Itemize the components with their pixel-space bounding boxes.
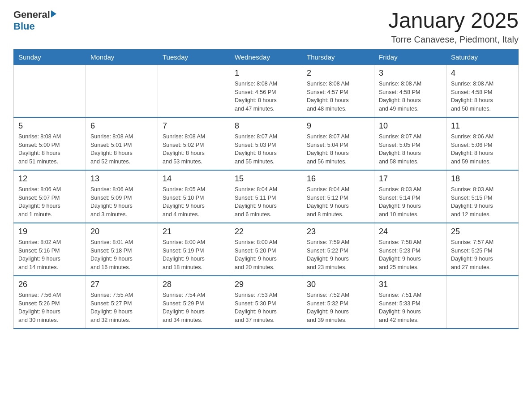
day-number: 13 xyxy=(90,174,153,184)
day-info: Sunrise: 8:06 AM Sunset: 5:06 PM Dayligh… xyxy=(451,133,514,166)
day-info: Sunrise: 7:59 AM Sunset: 5:22 PM Dayligh… xyxy=(307,238,369,272)
weekday-header-tuesday: Tuesday xyxy=(158,49,230,64)
calendar-cell: 6Sunrise: 8:08 AM Sunset: 5:01 PM Daylig… xyxy=(86,117,158,170)
day-number: 14 xyxy=(163,174,225,184)
day-info: Sunrise: 8:07 AM Sunset: 5:03 PM Dayligh… xyxy=(235,133,297,166)
day-number: 29 xyxy=(235,280,297,289)
day-info: Sunrise: 7:54 AM Sunset: 5:29 PM Dayligh… xyxy=(163,291,225,325)
calendar-subtitle: Torre Canavese, Piedmont, Italy xyxy=(388,34,519,45)
day-info: Sunrise: 7:55 AM Sunset: 5:27 PM Dayligh… xyxy=(90,291,153,325)
calendar-cell: 17Sunrise: 8:03 AM Sunset: 5:14 PM Dayli… xyxy=(374,170,446,223)
day-number: 6 xyxy=(90,121,153,131)
day-number: 2 xyxy=(307,68,369,78)
day-number: 1 xyxy=(235,68,297,78)
day-info: Sunrise: 8:08 AM Sunset: 4:58 PM Dayligh… xyxy=(451,80,514,113)
calendar-cell xyxy=(86,64,158,117)
day-number: 8 xyxy=(235,121,297,131)
calendar-cell: 12Sunrise: 8:06 AM Sunset: 5:07 PM Dayli… xyxy=(14,170,86,223)
logo: General Blue xyxy=(13,9,56,32)
day-number: 15 xyxy=(235,174,297,184)
week-row-5: 26Sunrise: 7:56 AM Sunset: 5:26 PM Dayli… xyxy=(14,276,519,329)
day-number: 30 xyxy=(307,280,369,289)
day-info: Sunrise: 8:08 AM Sunset: 5:02 PM Dayligh… xyxy=(163,133,225,166)
day-info: Sunrise: 8:03 AM Sunset: 5:15 PM Dayligh… xyxy=(451,185,514,219)
calendar-cell: 5Sunrise: 8:08 AM Sunset: 5:00 PM Daylig… xyxy=(14,117,86,170)
day-info: Sunrise: 8:01 AM Sunset: 5:18 PM Dayligh… xyxy=(90,238,153,272)
day-number: 20 xyxy=(90,227,153,236)
day-info: Sunrise: 8:00 AM Sunset: 5:19 PM Dayligh… xyxy=(163,238,225,272)
weekday-header-wednesday: Wednesday xyxy=(230,49,302,64)
day-number: 25 xyxy=(451,227,514,236)
calendar-cell: 24Sunrise: 7:58 AM Sunset: 5:23 PM Dayli… xyxy=(374,223,446,276)
day-number: 19 xyxy=(18,227,81,236)
day-number: 10 xyxy=(379,121,442,131)
day-number: 31 xyxy=(379,280,442,289)
day-number: 7 xyxy=(163,121,225,131)
calendar-cell: 26Sunrise: 7:56 AM Sunset: 5:26 PM Dayli… xyxy=(14,276,86,329)
calendar-cell: 13Sunrise: 8:06 AM Sunset: 5:09 PM Dayli… xyxy=(86,170,158,223)
calendar-title: January 2025 xyxy=(388,9,519,33)
day-info: Sunrise: 7:56 AM Sunset: 5:26 PM Dayligh… xyxy=(18,291,81,325)
week-row-1: 1Sunrise: 8:08 AM Sunset: 4:56 PM Daylig… xyxy=(14,64,519,117)
day-info: Sunrise: 8:07 AM Sunset: 5:04 PM Dayligh… xyxy=(307,133,369,166)
day-number: 17 xyxy=(379,174,442,184)
calendar-cell: 20Sunrise: 8:01 AM Sunset: 5:18 PM Dayli… xyxy=(86,223,158,276)
logo-blue-text: Blue xyxy=(13,21,35,32)
week-row-4: 19Sunrise: 8:02 AM Sunset: 5:16 PM Dayli… xyxy=(14,223,519,276)
day-info: Sunrise: 8:08 AM Sunset: 4:58 PM Dayligh… xyxy=(379,80,442,113)
day-number: 21 xyxy=(163,227,225,236)
day-number: 18 xyxy=(451,174,514,184)
calendar-cell: 29Sunrise: 7:53 AM Sunset: 5:30 PM Dayli… xyxy=(230,276,302,329)
day-info: Sunrise: 7:57 AM Sunset: 5:25 PM Dayligh… xyxy=(451,238,514,272)
weekday-header-friday: Friday xyxy=(374,49,446,64)
calendar-cell: 21Sunrise: 8:00 AM Sunset: 5:19 PM Dayli… xyxy=(158,223,230,276)
calendar-cell: 14Sunrise: 8:05 AM Sunset: 5:10 PM Dayli… xyxy=(158,170,230,223)
day-number: 26 xyxy=(18,280,81,289)
day-info: Sunrise: 8:06 AM Sunset: 5:09 PM Dayligh… xyxy=(90,185,153,219)
day-number: 16 xyxy=(307,174,369,184)
calendar-cell: 25Sunrise: 7:57 AM Sunset: 5:25 PM Dayli… xyxy=(446,223,519,276)
day-info: Sunrise: 8:08 AM Sunset: 4:56 PM Dayligh… xyxy=(235,80,297,113)
day-info: Sunrise: 8:08 AM Sunset: 5:01 PM Dayligh… xyxy=(90,133,153,166)
calendar-cell: 4Sunrise: 8:08 AM Sunset: 4:58 PM Daylig… xyxy=(446,64,519,117)
calendar-cell xyxy=(158,64,230,117)
day-number: 9 xyxy=(307,121,369,131)
calendar-cell: 3Sunrise: 8:08 AM Sunset: 4:58 PM Daylig… xyxy=(374,64,446,117)
day-info: Sunrise: 8:03 AM Sunset: 5:14 PM Dayligh… xyxy=(379,185,442,219)
calendar-table: SundayMondayTuesdayWednesdayThursdayFrid… xyxy=(13,49,519,329)
day-info: Sunrise: 8:05 AM Sunset: 5:10 PM Dayligh… xyxy=(163,185,225,219)
day-number: 5 xyxy=(18,121,81,131)
calendar-cell: 16Sunrise: 8:04 AM Sunset: 5:12 PM Dayli… xyxy=(302,170,374,223)
calendar-cell: 31Sunrise: 7:51 AM Sunset: 5:33 PM Dayli… xyxy=(374,276,446,329)
day-info: Sunrise: 8:08 AM Sunset: 4:57 PM Dayligh… xyxy=(307,80,369,113)
page-header: General Blue January 2025 Torre Canavese… xyxy=(13,9,519,45)
calendar-cell: 23Sunrise: 7:59 AM Sunset: 5:22 PM Dayli… xyxy=(302,223,374,276)
calendar-cell xyxy=(14,64,86,117)
day-number: 23 xyxy=(307,227,369,236)
day-number: 28 xyxy=(163,280,225,289)
calendar-cell: 7Sunrise: 8:08 AM Sunset: 5:02 PM Daylig… xyxy=(158,117,230,170)
logo-arrow-icon xyxy=(51,10,56,17)
week-row-2: 5Sunrise: 8:08 AM Sunset: 5:00 PM Daylig… xyxy=(14,117,519,170)
weekday-header-monday: Monday xyxy=(86,49,158,64)
day-info: Sunrise: 8:02 AM Sunset: 5:16 PM Dayligh… xyxy=(18,238,81,272)
day-number: 24 xyxy=(379,227,442,236)
day-number: 12 xyxy=(18,174,81,184)
day-number: 27 xyxy=(90,280,153,289)
calendar-cell: 18Sunrise: 8:03 AM Sunset: 5:15 PM Dayli… xyxy=(446,170,519,223)
day-info: Sunrise: 8:00 AM Sunset: 5:20 PM Dayligh… xyxy=(235,238,297,272)
logo-general-text: General xyxy=(13,9,50,21)
calendar-cell: 1Sunrise: 8:08 AM Sunset: 4:56 PM Daylig… xyxy=(230,64,302,117)
weekday-header-sunday: Sunday xyxy=(14,49,86,64)
calendar-cell: 27Sunrise: 7:55 AM Sunset: 5:27 PM Dayli… xyxy=(86,276,158,329)
day-info: Sunrise: 7:53 AM Sunset: 5:30 PM Dayligh… xyxy=(235,291,297,325)
day-info: Sunrise: 7:52 AM Sunset: 5:32 PM Dayligh… xyxy=(307,291,369,325)
weekday-header-saturday: Saturday xyxy=(446,49,519,64)
calendar-cell: 11Sunrise: 8:06 AM Sunset: 5:06 PM Dayli… xyxy=(446,117,519,170)
calendar-cell: 9Sunrise: 8:07 AM Sunset: 5:04 PM Daylig… xyxy=(302,117,374,170)
day-info: Sunrise: 8:07 AM Sunset: 5:05 PM Dayligh… xyxy=(379,133,442,166)
day-info: Sunrise: 8:08 AM Sunset: 5:00 PM Dayligh… xyxy=(18,133,81,166)
weekday-header-row: SundayMondayTuesdayWednesdayThursdayFrid… xyxy=(14,49,519,64)
day-info: Sunrise: 8:06 AM Sunset: 5:07 PM Dayligh… xyxy=(18,185,81,219)
weekday-header-thursday: Thursday xyxy=(302,49,374,64)
